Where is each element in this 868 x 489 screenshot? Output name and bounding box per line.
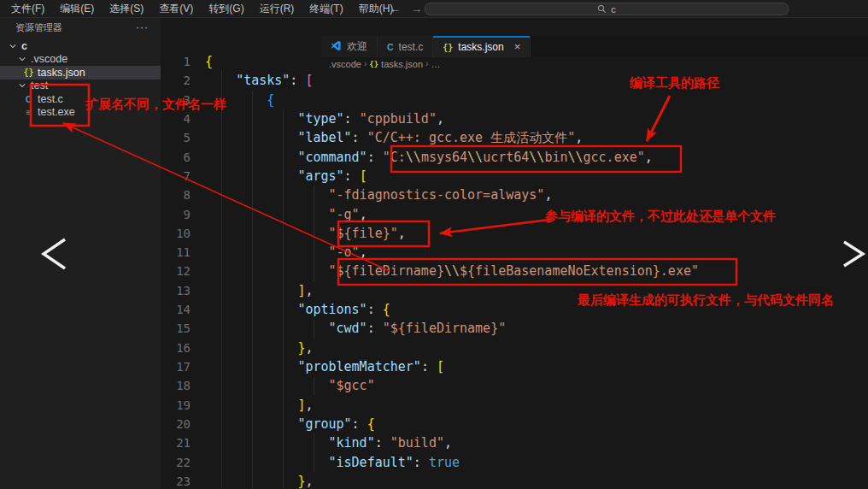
breadcrumb-symbol[interactable]: … bbox=[431, 59, 440, 69]
code-text: ], bbox=[205, 281, 313, 300]
chevron-down-icon bbox=[16, 81, 27, 90]
code-line[interactable]: 14 "options": { bbox=[161, 300, 868, 319]
code-line[interactable]: 2 "tasks": [ bbox=[161, 71, 868, 90]
code-line[interactable]: 16 }, bbox=[161, 339, 868, 357]
code-area[interactable]: 1{2 "tasks": [3 {4 "type": "cppbuild",5 … bbox=[161, 52, 868, 489]
chevron-down-icon bbox=[7, 42, 18, 50]
nav-history: ← → bbox=[390, 0, 422, 17]
line-number: 11 bbox=[161, 243, 205, 262]
code-line[interactable]: 21 "kind": "build", bbox=[161, 433, 868, 452]
code-text: "${file}", bbox=[205, 224, 406, 243]
code-line[interactable]: 8 "-fdiagnostics-color=always", bbox=[161, 186, 868, 204]
code-line[interactable]: 15 "cwd": "${fileDirname}" bbox=[161, 319, 868, 338]
breadcrumb-folder[interactable]: .vscode bbox=[329, 59, 361, 69]
more-actions-icon[interactable]: ··· bbox=[136, 21, 149, 33]
tree-item-test-c-file[interactable]: Ctest.c bbox=[0, 92, 161, 106]
explorer-title: 资源管理器 bbox=[15, 21, 62, 34]
tab-test-c[interactable]: Ctest.c bbox=[378, 36, 433, 57]
code-line[interactable]: 13 ], bbox=[161, 281, 868, 300]
tree-item-vscode-folder[interactable]: .vscode bbox=[0, 53, 161, 67]
code-line[interactable]: 22 "isDefault": true bbox=[161, 453, 868, 472]
code-text: "cwd": "${fileDirname}" bbox=[205, 319, 506, 338]
line-number: 1 bbox=[161, 52, 205, 71]
tab-welcome[interactable]: 欢迎 bbox=[321, 36, 378, 57]
tree-item-test-exe-file[interactable]: ≡test.exe bbox=[0, 106, 161, 120]
line-number: 13 bbox=[161, 281, 205, 300]
line-number: 20 bbox=[161, 415, 205, 433]
code-line[interactable]: 10 "${file}", bbox=[161, 224, 868, 243]
exe-file-icon: ≡ bbox=[23, 108, 34, 117]
line-number: 14 bbox=[161, 300, 205, 319]
code-text: "tasks": [ bbox=[205, 71, 313, 90]
code-line[interactable]: 4 "type": "cppbuild", bbox=[161, 109, 868, 128]
code-line[interactable]: 3 { bbox=[161, 91, 868, 109]
tab-label: tasks.json bbox=[458, 41, 503, 53]
title-bar: 文件(F)编辑(E)选择(S)查看(V)转到(G)运行(R)终端(T)帮助(H)… bbox=[0, 0, 868, 18]
back-icon[interactable]: ← bbox=[390, 3, 401, 15]
tab-tasks-json[interactable]: {}tasks.json× bbox=[433, 36, 531, 57]
menu-bar: 文件(F)编辑(E)选择(S)查看(V)转到(G)运行(R)终端(T)帮助(H) bbox=[3, 0, 401, 17]
menu-file[interactable]: 文件(F) bbox=[3, 2, 52, 16]
c-file-icon: C bbox=[387, 41, 394, 53]
explorer-header: 资源管理器 ··· bbox=[0, 18, 161, 37]
line-number: 8 bbox=[161, 186, 205, 204]
tab-label: test.c bbox=[399, 41, 424, 53]
line-number: 2 bbox=[161, 71, 205, 90]
tab-label: 欢迎 bbox=[347, 39, 367, 54]
menu-edit[interactable]: 编辑(E) bbox=[52, 2, 102, 16]
code-text: "$gcc" bbox=[205, 376, 375, 395]
breadcrumb-file[interactable]: tasks.json bbox=[381, 59, 423, 69]
code-line[interactable]: 11 "-o", bbox=[161, 243, 868, 262]
forward-icon[interactable]: → bbox=[411, 3, 422, 15]
code-line[interactable]: 5 "label": "C/C++: gcc.exe 生成活动文件", bbox=[161, 128, 868, 147]
line-number: 7 bbox=[161, 167, 205, 186]
menu-go[interactable]: 转到(G) bbox=[201, 2, 251, 16]
menu-terminal[interactable]: 终端(T) bbox=[302, 2, 350, 16]
code-text: { bbox=[205, 91, 274, 109]
menu-view[interactable]: 查看(V) bbox=[151, 2, 201, 16]
line-number: 5 bbox=[161, 128, 205, 147]
code-text: "label": "C/C++: gcc.exe 生成活动文件", bbox=[205, 128, 583, 147]
code-text: ], bbox=[205, 396, 313, 415]
editor-group: 欢迎Ctest.c{}tasks.json× .vscode › {} task… bbox=[161, 18, 868, 489]
code-line[interactable]: 17 "problemMatcher": [ bbox=[161, 357, 868, 376]
tree-item-label: test.c bbox=[38, 93, 63, 105]
code-line[interactable]: 9 "-g", bbox=[161, 205, 868, 224]
tree-item-c-folder[interactable]: c bbox=[0, 39, 161, 53]
menu-selection[interactable]: 选择(S) bbox=[102, 2, 151, 16]
code-line[interactable]: 6 "command": "C:\\msys64\\ucrt64\\bin\\g… bbox=[161, 148, 868, 167]
json-file-icon: {} bbox=[23, 68, 34, 77]
search-icon bbox=[597, 4, 607, 14]
line-number: 22 bbox=[161, 453, 205, 472]
code-line[interactable]: 18 "$gcc" bbox=[161, 376, 868, 395]
chevron-right-icon: › bbox=[425, 59, 428, 68]
tree-item-label: tasks.json bbox=[38, 67, 85, 79]
line-number: 21 bbox=[161, 433, 205, 452]
code-line[interactable]: 12 "${fileDirname}\\${fileBasenameNoExte… bbox=[161, 262, 868, 280]
code-line[interactable]: 23 }, bbox=[161, 472, 868, 489]
file-tree: c.vscode{}tasks.jsontestCtest.c≡test.exe bbox=[0, 39, 161, 119]
search-value: c bbox=[611, 4, 616, 15]
line-number: 15 bbox=[161, 319, 205, 338]
code-line[interactable]: 7 "args": [ bbox=[161, 167, 868, 186]
c-file-icon: C bbox=[23, 94, 34, 104]
code-line[interactable]: 19 ], bbox=[161, 396, 868, 415]
code-text: "kind": "build", bbox=[205, 433, 452, 452]
breadcrumb[interactable]: .vscode › {} tasks.json › … bbox=[321, 57, 868, 70]
code-text: "args": [ bbox=[205, 167, 367, 186]
chevron-down-icon bbox=[16, 55, 27, 63]
command-center-search[interactable]: c bbox=[425, 3, 789, 15]
code-text: "problemMatcher": [ bbox=[205, 357, 444, 376]
code-text: }, bbox=[205, 339, 313, 357]
tab-bar: 欢迎Ctest.c{}tasks.json× bbox=[321, 36, 868, 57]
line-number: 16 bbox=[161, 339, 205, 357]
json-file-icon: {} bbox=[443, 41, 453, 53]
vscode-logo-icon bbox=[331, 40, 342, 54]
tree-item-tasks-json-file[interactable]: {}tasks.json bbox=[0, 66, 161, 80]
line-number: 17 bbox=[161, 357, 205, 376]
tree-item-test-folder[interactable]: test bbox=[0, 80, 161, 93]
menu-run[interactable]: 运行(R) bbox=[252, 2, 302, 16]
close-icon[interactable]: × bbox=[514, 40, 521, 53]
code-line[interactable]: 20 "group": { bbox=[161, 415, 868, 433]
explorer-sidebar: 资源管理器 ··· c.vscode{}tasks.jsontestCtest.… bbox=[0, 18, 161, 489]
